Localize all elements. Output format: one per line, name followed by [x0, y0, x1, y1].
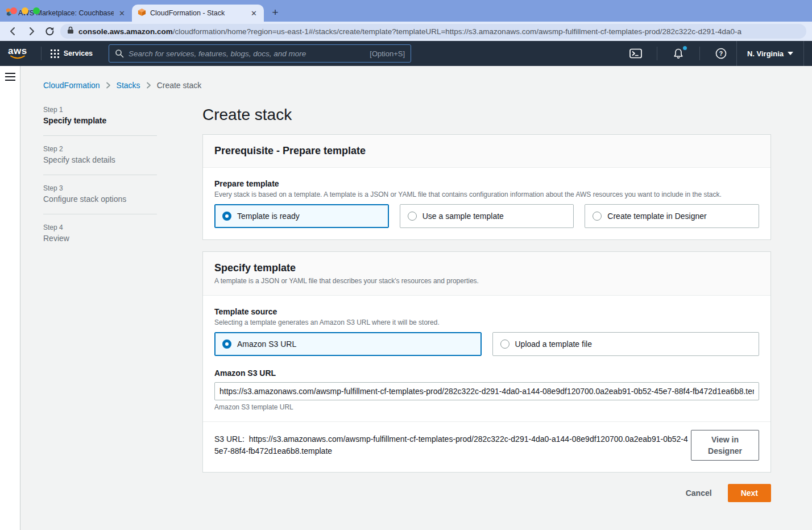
aws-smile-icon	[10, 55, 26, 60]
step-item-configure-stack-options[interactable]: Step 3 Configure stack options	[43, 184, 157, 204]
nav-divider	[41, 47, 42, 60]
aws-logo-text: aws	[8, 47, 27, 55]
chevron-right-icon	[146, 82, 151, 89]
radio-tile-use-sample-template[interactable]: Use a sample template	[400, 204, 574, 228]
grid-icon	[51, 49, 59, 58]
help-button[interactable]: ?	[706, 41, 736, 66]
address-bar[interactable]: console.aws.amazon.com/cloudformation/ho…	[60, 24, 806, 39]
app-layout: CloudFormation Stacks Create stack Step …	[0, 66, 812, 530]
step-item-review[interactable]: Step 4 Review	[43, 223, 157, 243]
radio-tile-label: Create template in Designer	[607, 212, 706, 221]
breadcrumb-current: Create stack	[157, 81, 202, 90]
view-in-designer-button[interactable]: View in Designer	[691, 430, 759, 461]
card-title: Specify template	[214, 262, 759, 274]
card-body: Prepare template Every stack is based on…	[203, 168, 770, 239]
step-item-specify-template[interactable]: Step 1 Specify template	[43, 106, 157, 125]
question-icon: ?	[715, 47, 727, 60]
amazon-s3-url-label: Amazon S3 URL	[214, 368, 759, 378]
radio-selected-icon	[222, 212, 231, 221]
main-content: CloudFormation Stacks Create stack Step …	[20, 66, 812, 530]
radio-tile-upload-template-file[interactable]: Upload a template file	[492, 332, 760, 356]
menu-button[interactable]	[5, 73, 15, 83]
step-number: Step 1	[43, 106, 157, 114]
template-source-label: Template source	[214, 307, 759, 316]
forward-button[interactable]	[24, 24, 39, 39]
nav-divider	[657, 47, 657, 60]
notification-dot-badge	[683, 46, 687, 50]
nav-divider	[699, 47, 700, 60]
page-title: Create stack	[202, 106, 771, 124]
radio-tile-create-template-in-designer[interactable]: Create template in Designer	[585, 204, 759, 228]
s3-url-summary: S3 URL: https://s3.amazonaws.com/awsmp-f…	[214, 433, 689, 457]
step-title: Specify template	[43, 116, 157, 125]
region-selector[interactable]: N. Virginia	[736, 41, 804, 66]
reload-button[interactable]	[42, 24, 57, 39]
aws-top-nav: aws Services [Option+S]	[0, 41, 812, 66]
services-menu[interactable]: Services	[47, 49, 96, 58]
prepare-template-label: Prepare template	[214, 179, 759, 188]
cancel-button[interactable]: Cancel	[686, 488, 712, 498]
region-label: N. Virginia	[747, 49, 784, 58]
window-close-button[interactable]	[10, 7, 17, 14]
step-divider	[43, 175, 157, 175]
step-title: Specify stack details	[43, 155, 157, 164]
tab-title: CloudFormation - Stack	[150, 9, 246, 17]
caret-down-icon	[788, 52, 793, 55]
breadcrumb-stacks[interactable]: Stacks	[117, 81, 140, 90]
prepare-template-options: Template is ready Use a sample template …	[214, 204, 759, 228]
card-subtitle: A template is a JSON or YAML file that d…	[214, 277, 759, 285]
radio-tile-template-is-ready[interactable]: Template is ready	[214, 204, 389, 228]
step-title: Review	[43, 234, 157, 243]
prerequisite-card: Prerequisite - Prepare template Prepare …	[202, 134, 771, 240]
breadcrumb: CloudFormation Stacks Create stack	[43, 81, 789, 90]
step-divider	[43, 214, 157, 214]
radio-tile-label: Use a sample template	[422, 212, 504, 221]
cloudshell-button[interactable]	[620, 41, 651, 66]
radio-selected-icon	[222, 339, 231, 349]
notifications-button[interactable]	[663, 41, 694, 66]
radio-tile-label: Upload a template file	[515, 339, 592, 349]
terminal-icon	[629, 48, 642, 59]
card-header: Prerequisite - Prepare template	[203, 135, 770, 168]
s3-url-label: S3 URL:	[214, 434, 245, 444]
template-source-description: Selecting a template generates an Amazon…	[214, 318, 759, 326]
step-number: Step 3	[43, 184, 157, 192]
card-title: Prerequisite - Prepare template	[214, 145, 759, 157]
window-zoom-button[interactable]	[33, 7, 40, 14]
step-divider	[43, 135, 157, 136]
radio-tile-label: Template is ready	[237, 212, 300, 221]
wizard-steps-nav: Step 1 Specify template Step 2 Specify s…	[43, 106, 157, 502]
s3-url-value: https://s3.amazonaws.com/awsmp-fulfillme…	[214, 434, 688, 456]
wizard-actions: Cancel Next	[202, 484, 771, 502]
url-domain: console.aws.amazon.com	[78, 27, 173, 36]
search-shortcut-hint: [Option+S]	[370, 49, 405, 58]
global-search[interactable]: [Option+S]	[109, 44, 411, 63]
aws-logo[interactable]: aws	[8, 47, 27, 60]
amazon-s3-url-input[interactable]	[214, 382, 759, 400]
lock-icon	[67, 26, 74, 36]
window-minimize-button[interactable]	[22, 7, 28, 14]
browser-toolbar: console.aws.amazon.com/cloudformation/ho…	[0, 22, 812, 41]
new-tab-button[interactable]: +	[267, 5, 283, 20]
step-number: Step 2	[43, 145, 157, 153]
specify-template-card: Specify template A template is a JSON or…	[202, 251, 771, 473]
search-input[interactable]	[129, 49, 365, 58]
step-item-specify-stack-details[interactable]: Step 2 Specify stack details	[43, 145, 157, 164]
breadcrumb-cloudformation[interactable]: CloudFormation	[43, 81, 100, 90]
tab-close-icon[interactable]: ✕	[118, 9, 126, 18]
browser-tab-strip: AWS Marketplace: Couchbase ✕ CloudFormat…	[0, 0, 812, 22]
svg-text:?: ?	[719, 50, 723, 57]
url-text: console.aws.amazon.com/cloudformation/ho…	[78, 27, 741, 36]
radio-tile-amazon-s3-url[interactable]: Amazon S3 URL	[214, 332, 482, 356]
wizard-main-column: Create stack Prerequisite - Prepare temp…	[202, 106, 771, 502]
back-button[interactable]	[6, 24, 20, 39]
tab-close-icon[interactable]: ✕	[250, 9, 258, 18]
browser-tab-cloudformation[interactable]: CloudFormation - Stack ✕	[132, 5, 264, 22]
s3-url-summary-row: S3 URL: https://s3.amazonaws.com/awsmp-f…	[214, 422, 759, 461]
radio-unselected-icon	[408, 212, 417, 221]
template-source-options: Amazon S3 URL Upload a template file	[214, 332, 759, 356]
cloudformation-cube-favicon-icon	[138, 8, 146, 18]
amazon-s3-url-helper: Amazon S3 template URL	[214, 403, 759, 411]
next-button[interactable]: Next	[728, 484, 771, 502]
chevron-right-icon	[106, 82, 111, 89]
